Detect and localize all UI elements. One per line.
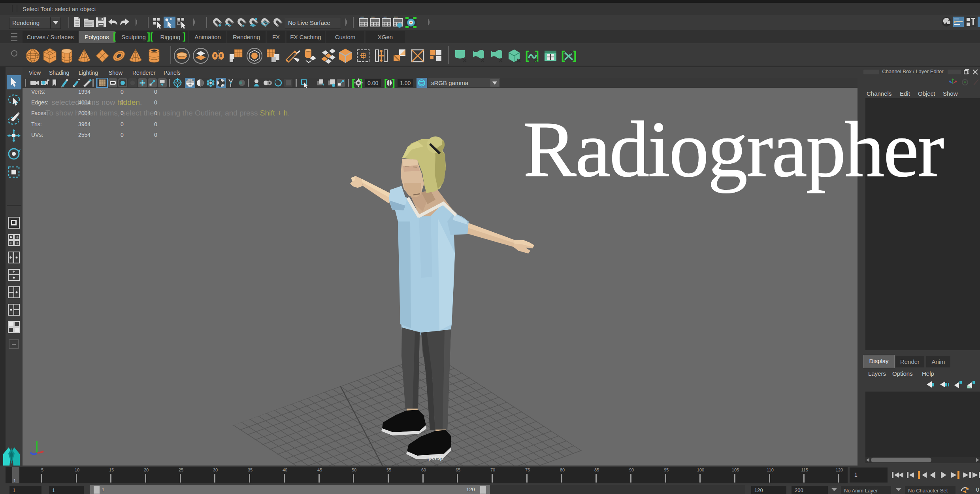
- svg-text:0: 0: [976, 486, 979, 493]
